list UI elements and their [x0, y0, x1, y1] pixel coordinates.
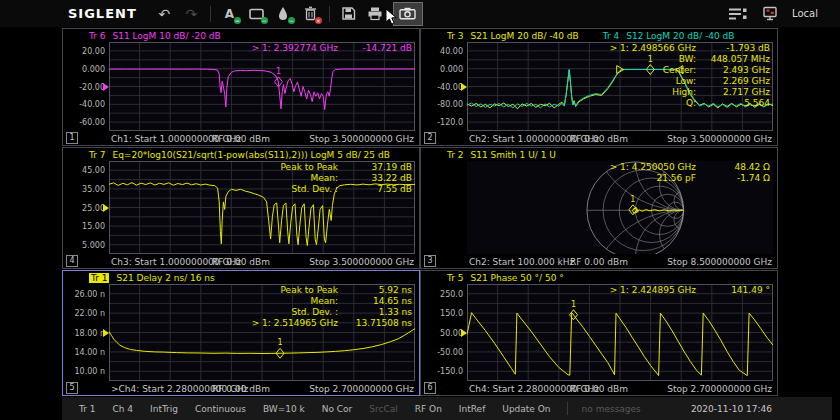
- readout-label: Q:: [686, 98, 696, 109]
- readout-label: 21.56 pF: [656, 173, 696, 184]
- readout-value: 7.55 dB: [348, 184, 412, 195]
- marker-readout: Low:2.269 GHz: [610, 76, 770, 87]
- y-axis-label: 20.00: [65, 47, 105, 56]
- marker-number: 1: [630, 195, 635, 204]
- y-axis-label: 0.000: [65, 65, 105, 74]
- readout-value: 14.65 ns: [348, 296, 412, 307]
- marker-readout: Peak to Peak37.19 dB: [281, 162, 413, 173]
- window-number[interactable]: 4: [66, 255, 78, 267]
- window-number[interactable]: 2: [424, 132, 436, 144]
- panel-header: Tr 3S21 LogM 20 dB/ -40 dBTr 4S12 LogM 2…: [421, 30, 775, 42]
- readout-value: 13.71508 ns: [348, 318, 412, 329]
- y-axis-label: -40.00: [65, 100, 105, 109]
- reference-level-marker[interactable]: [461, 329, 467, 337]
- readout-label: Mean:: [310, 296, 338, 307]
- window-number[interactable]: 3: [424, 255, 436, 267]
- trace-window-6[interactable]: Tr 5S21 Phase 50 °/ 50 °1> 1: 2.424895 G…: [420, 270, 778, 396]
- y-axis-label: 0.000: [423, 65, 463, 74]
- status-datetime: 2020-11-10 17:46: [691, 404, 832, 414]
- marker-readout: 21.56 pF-1.74 Ω: [610, 173, 770, 184]
- rf-power-label: RF 0.00 dBm: [570, 257, 628, 267]
- panel-footer: 1Ch1: Start 1.000000000 GHzRF 0.00 dBmSt…: [63, 132, 419, 145]
- status-item-tr-1: Tr 1: [79, 404, 95, 414]
- trace-plot[interactable]: 1> 1: 4.250050 GHz48.42 Ω21.56 pF-1.74 Ω: [467, 161, 773, 254]
- channel-stop-label: Stop 3.500000000 GHz: [309, 134, 414, 144]
- panel-header: Tr 2S11 Smith 1 U/ 1 U: [421, 149, 775, 161]
- application-window: SIGLENT ↶ ↷ A− − − × Local Tr 6S1: [0, 0, 840, 420]
- y-axis-label: 10.00 n: [65, 367, 105, 376]
- channel-stop-label: Stop 8.500000000 GHz: [667, 257, 772, 267]
- readout-label: High:: [672, 87, 696, 98]
- y-axis-label: 50.00: [423, 329, 463, 338]
- y-axis-label: 5.000: [65, 241, 105, 250]
- readout-label: > 1: 2.498566 GHz: [610, 43, 696, 54]
- readout-label: Std. Dev. :: [291, 307, 338, 318]
- marker-readout: Std. Dev. :1.33 ns: [252, 307, 412, 318]
- window-number[interactable]: 5: [66, 382, 78, 394]
- marker-number: 1: [571, 300, 576, 309]
- readout-value: 33.22 dB: [348, 173, 412, 184]
- marker-readout: Mean:14.65 ns: [252, 296, 412, 307]
- y-axis-label: -80.00: [423, 100, 463, 109]
- rf-power-label: RF 0.00 dBm: [570, 134, 628, 144]
- window-number[interactable]: 1: [66, 132, 78, 144]
- readout-value: -14.721 dB: [348, 43, 412, 54]
- trace-window-1[interactable]: Tr 6S11 LogM 10 dB/ -20 dB1> 1: 2.392774…: [62, 28, 420, 146]
- reference-level-marker[interactable]: [461, 83, 467, 91]
- reference-level-marker[interactable]: [103, 83, 109, 91]
- trace-label-tr1[interactable]: Tr 1S21 Delay 2 ns/ 16 ns: [89, 273, 215, 283]
- readout-value: -1.793 dB: [706, 43, 770, 54]
- trace-window-2[interactable]: Tr 3S21 LogM 20 dB/ -40 dBTr 4S12 LogM 2…: [420, 28, 778, 146]
- trace-plot[interactable]: 1Peak to Peak5.92 nsMean:14.65 nsStd. De…: [109, 284, 415, 381]
- readout-label: > 1: 2.392774 GHz: [252, 43, 338, 54]
- readout-block: > 1: 2.498566 GHz-1.793 dBBW:448.057 MHz…: [610, 43, 770, 109]
- marker-readout: > 1: 2.514965 GHz13.71508 ns: [252, 318, 412, 329]
- display-area: Tr 6S11 LogM 10 dB/ -20 dB1> 1: 2.392774…: [62, 0, 778, 420]
- channel-start-label: Ch2: Start 100.000 kHz: [469, 257, 574, 267]
- y-axis-label: -20.00: [65, 83, 105, 92]
- readout-label: Low:: [676, 76, 696, 87]
- trace-plot[interactable]: Peak to Peak37.19 dBMean:33.22 dBStd. De…: [109, 161, 415, 254]
- readout-value: 2.269 GHz: [706, 76, 770, 87]
- panel-footer: 6Ch4: Start 2.280000000 GHzRF 0.00 dBmSt…: [421, 382, 777, 395]
- trace-window-3[interactable]: Tr 2S11 Smith 1 U/ 1 U1> 1: 4.250050 GHz…: [420, 147, 778, 269]
- status-item-ch-4: Ch 4: [112, 404, 133, 414]
- y-axis-label: 40.00: [423, 47, 463, 56]
- y-axis-label: -60.00: [65, 118, 105, 127]
- trace-plot[interactable]: 1> 1: 2.498566 GHz-1.793 dBBW:448.057 MH…: [467, 42, 773, 131]
- readout-label: Peak to Peak: [281, 162, 339, 173]
- trace-window-4[interactable]: Tr 7Eq=20*log10(S21/sqrt(1-pow(abs(S11),…: [62, 147, 420, 269]
- y-axis-label: 25.00: [65, 204, 105, 213]
- marker-readout: > 1: 4.250050 GHz48.42 Ω: [610, 162, 770, 173]
- readout-block: > 1: 2.392774 GHz-14.721 dB: [252, 43, 412, 54]
- marker-readout: Center:2.493 GHz: [610, 65, 770, 76]
- y-axis-label: 150.0: [423, 309, 463, 318]
- trace-window-5-active[interactable]: Tr 1S21 Delay 2 ns/ 16 ns1Peak to Peak5.…: [62, 270, 420, 396]
- panel-footer: 4Ch3: Start 1.000000000 GHzRF 0.00 dBmSt…: [63, 255, 419, 268]
- marker-readout: High:2.717 GHz: [610, 87, 770, 98]
- trace-plot[interactable]: 1> 1: 2.392774 GHz-14.721 dB: [109, 42, 415, 131]
- readout-label: > 1: 2.424895 GHz: [610, 285, 696, 296]
- trace-label-tr7[interactable]: Tr 7Eq=20*log10(S21/sqrt(1-pow(abs(S11),…: [89, 150, 390, 160]
- y-axis-label: 14.00 n: [65, 348, 105, 357]
- trace-label-tr4[interactable]: Tr 4S12 LogM 20 dB/ -40 dB: [603, 31, 735, 41]
- marker-readout: Q:5.564: [610, 98, 770, 109]
- readout-label: Peak to Peak: [281, 285, 339, 296]
- reference-level-marker[interactable]: [103, 204, 109, 212]
- marker-readout: Mean:33.22 dB: [281, 173, 413, 184]
- status-separator: [567, 402, 568, 415]
- y-axis-label: 45.00: [65, 166, 105, 175]
- trace-label-tr3[interactable]: Tr 3S21 LogM 20 dB/ -40 dB: [447, 31, 579, 41]
- local-mode-label: Local: [792, 8, 818, 19]
- trace-label-tr6[interactable]: Tr 6S11 LogM 10 dB/ -20 dB: [89, 31, 221, 41]
- panel-header: Tr 6S11 LogM 10 dB/ -20 dB: [63, 30, 417, 42]
- reference-level-marker[interactable]: [103, 329, 109, 337]
- trace-label-tr2[interactable]: Tr 2S11 Smith 1 U/ 1 U: [447, 150, 556, 160]
- y-axis-label: 26.00 n: [65, 290, 105, 299]
- readout-block: > 1: 2.424895 GHz141.49 °: [610, 285, 770, 296]
- y-axis-label: -120.0: [423, 118, 463, 127]
- trace-plot[interactable]: 1> 1: 2.424895 GHz141.49 °: [467, 284, 773, 381]
- window-number[interactable]: 6: [424, 382, 436, 394]
- status-item-rf-on: RF On: [415, 404, 442, 414]
- trace-label-tr5[interactable]: Tr 5S21 Phase 50 °/ 50 °: [447, 273, 564, 283]
